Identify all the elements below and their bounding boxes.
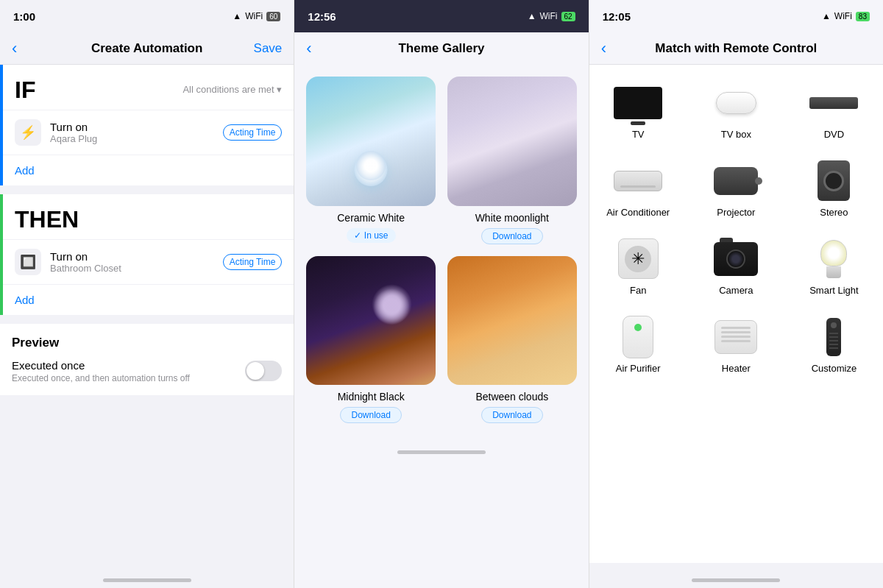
device-cell-ac[interactable]: Air Conditioner: [589, 149, 687, 227]
midnight-moon: [372, 284, 412, 325]
theme-between-clouds[interactable]: Between clouds Download: [447, 256, 577, 424]
executed-once-toggle[interactable]: [245, 361, 282, 381]
signal-icon: ▲: [233, 11, 241, 21]
back-button-middle[interactable]: ‹: [306, 39, 311, 58]
back-button-right[interactable]: ‹: [601, 39, 606, 58]
smartlight-label: Smart Light: [809, 285, 858, 296]
status-time-right: 12:05: [603, 10, 631, 23]
fan-device-img: ✳: [612, 238, 664, 279]
theme-gallery-panel: 12:56 ▲ WiFi 62 ‹ Theme Gallery Ceramic …: [294, 0, 589, 588]
projector-device-img: [710, 160, 762, 201]
battery-badge-left: 60: [266, 12, 280, 21]
theme-grid: Ceramic White ✓ In use White moonlight D…: [294, 65, 588, 435]
camera-device-img: [710, 238, 762, 279]
device-cell-heater[interactable]: Heater: [687, 305, 785, 383]
device-cell-tv[interactable]: TV: [589, 71, 687, 149]
device-cell-fan[interactable]: ✳ Fan: [589, 227, 687, 305]
ceramic-sphere: [355, 153, 388, 186]
then-add-button[interactable]: Add: [3, 284, 294, 315]
download-badge-moonlight[interactable]: Download: [481, 228, 542, 244]
in-use-badge: ✓ In use: [347, 228, 396, 243]
theme-image-moonlight: [447, 77, 577, 206]
stereo-icon: [818, 160, 850, 201]
theme-name-clouds: Between clouds: [475, 391, 548, 403]
device-cell-projector[interactable]: Projector: [687, 149, 785, 227]
ac-icon: [614, 171, 662, 191]
bulb-head: [820, 240, 847, 266]
condition-label[interactable]: All conditions are met ▾: [182, 84, 282, 95]
if-label: IF: [15, 77, 35, 103]
status-icons-right: ▲ WiFi 83: [822, 11, 870, 21]
device-cell-tvbox[interactable]: TV box: [687, 71, 785, 149]
ceramic-visual: [306, 77, 436, 206]
automation-content: IF All conditions are met ▾ ⚡ Turn on Aq…: [0, 65, 294, 563]
theme-gallery-navbar: ‹ Theme Gallery: [294, 32, 588, 65]
home-indicator-middle: [294, 435, 588, 460]
customize-label: Customize: [812, 363, 857, 374]
then-device-name: Bathroom Closet: [50, 263, 223, 274]
checkmark-icon: ✓: [354, 230, 361, 241]
then-acting-time-badge[interactable]: Acting Time: [223, 254, 283, 270]
then-device-info: Turn on Bathroom Closet: [50, 250, 223, 274]
tvbox-device-img: [710, 82, 762, 123]
download-badge-midnight[interactable]: Download: [340, 407, 401, 423]
plug-icon: ⚡: [15, 119, 41, 146]
theme-midnight-black[interactable]: Midnight Black Download: [306, 256, 436, 424]
remote-control-title: Match with Remote Control: [655, 41, 817, 56]
tv-icon-wrapper: [614, 87, 662, 119]
projector-icon: [714, 167, 758, 195]
device-cell-customize[interactable]: Customize: [785, 305, 883, 383]
status-bar-left: 1:00 ▲ WiFi 60: [0, 0, 294, 32]
tv-device-img: [612, 82, 664, 123]
save-button[interactable]: Save: [254, 41, 283, 56]
switch-icon: 🔲: [15, 249, 41, 275]
device-cell-dvd[interactable]: DVD: [785, 71, 883, 149]
then-header: THEN: [3, 194, 294, 239]
clouds-visual: [447, 256, 577, 386]
device-grid: TV TV box DVD Air Conditioner: [589, 65, 883, 389]
midnight-visual: [306, 256, 436, 386]
stereo-woofer: [823, 171, 844, 191]
tv-label: TV: [632, 129, 645, 140]
heater-icon: [714, 320, 757, 354]
theme-white-moonlight[interactable]: White moonlight Download: [447, 77, 577, 244]
download-badge-clouds[interactable]: Download: [481, 407, 542, 423]
theme-image-clouds: [447, 256, 577, 386]
remote-control-navbar: ‹ Match with Remote Control: [589, 32, 883, 65]
dvd-device-img: [808, 82, 859, 123]
executed-once-title: Executed once: [12, 359, 190, 372]
device-cell-camera[interactable]: Camera: [687, 227, 785, 305]
back-button-left[interactable]: ‹: [12, 39, 17, 58]
wifi-icon-mid: WiFi: [540, 11, 558, 21]
if-action: Turn on: [50, 121, 223, 133]
theme-ceramic-white[interactable]: Ceramic White ✓ In use: [306, 77, 436, 244]
camera-lens: [726, 249, 745, 269]
if-device-info: Turn on Aqara Plug: [50, 121, 223, 144]
if-add-button[interactable]: Add: [3, 155, 294, 185]
device-list: TV TV box DVD Air Conditioner: [589, 65, 883, 563]
device-cell-smartlight[interactable]: Smart Light: [785, 227, 883, 305]
if-acting-time-badge[interactable]: Acting Time: [223, 124, 283, 141]
heater-device-img: [710, 316, 762, 357]
if-device-name: Aqara Plug: [50, 133, 223, 144]
home-indicator-left: [0, 563, 294, 588]
dvd-label: DVD: [824, 129, 844, 140]
preview-section: Preview Executed once Executed once, and…: [0, 324, 294, 395]
device-cell-purifier[interactable]: Air Purifier: [589, 305, 687, 383]
if-condition-row[interactable]: ⚡ Turn on Aqara Plug Acting Time: [3, 110, 294, 155]
tv-icon: [614, 87, 662, 119]
then-action-row[interactable]: 🔲 Turn on Bathroom Closet Acting Time: [3, 239, 294, 284]
then-section: THEN 🔲 Turn on Bathroom Closet Acting Ti…: [0, 194, 294, 315]
status-bar-middle: 12:56 ▲ WiFi 62: [294, 0, 588, 32]
moonlight-visual: [447, 77, 577, 206]
status-time-middle: 12:56: [308, 10, 336, 23]
theme-name-midnight: Midnight Black: [338, 391, 405, 403]
tvbox-icon: [716, 92, 756, 114]
bulb-base: [826, 266, 841, 278]
fan-blade: ✳: [625, 246, 651, 272]
tvbox-label: TV box: [721, 129, 751, 140]
status-time-left: 1:00: [13, 10, 35, 23]
device-cell-stereo[interactable]: Stereo: [785, 149, 883, 227]
home-bar-left: [103, 578, 191, 582]
if-header: IF All conditions are met ▾: [3, 65, 294, 110]
